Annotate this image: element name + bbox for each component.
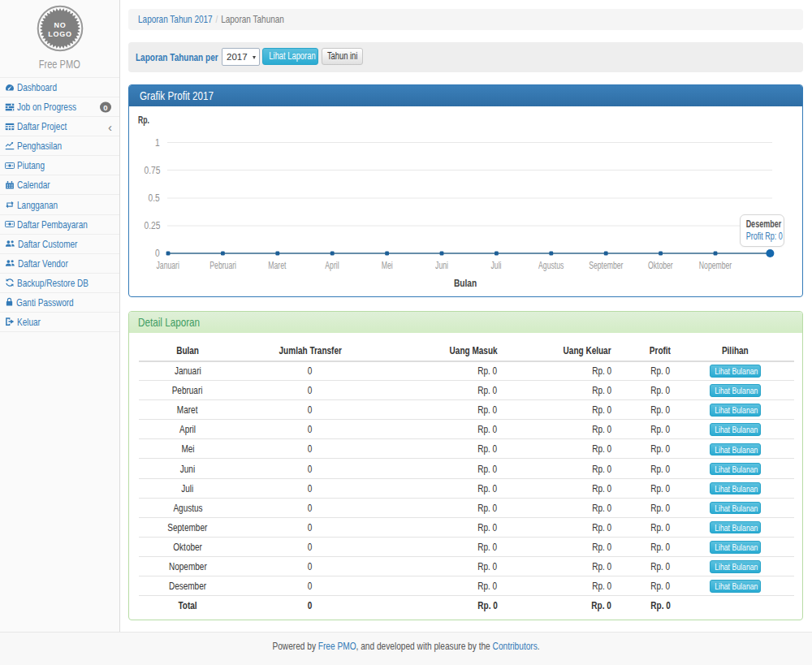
svg-text:NO: NO <box>54 21 66 29</box>
svg-text:LOGO: LOGO <box>48 30 72 38</box>
